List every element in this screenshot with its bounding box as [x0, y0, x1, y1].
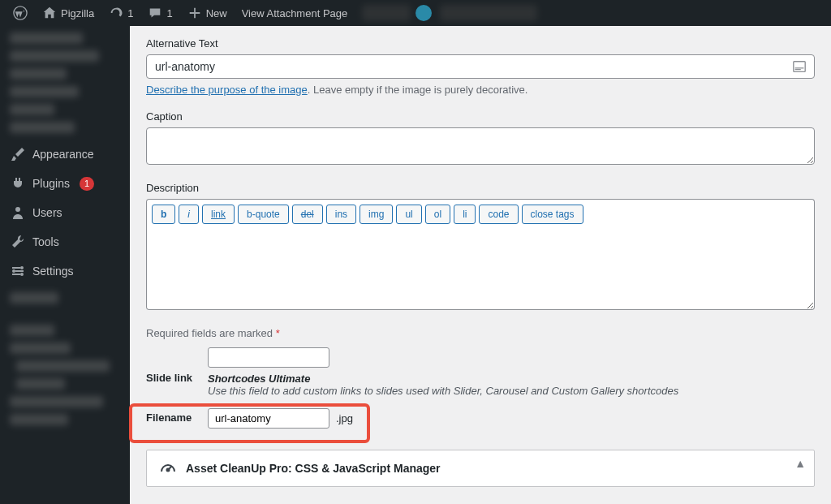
comment-icon	[148, 6, 162, 20]
sidebar-item-label: Settings	[32, 265, 74, 278]
blurred-menu-item	[10, 292, 58, 304]
sidebar-item-label: Users	[32, 206, 62, 219]
alt-help-link[interactable]: Describe the purpose of the image	[146, 84, 308, 96]
blurred-element	[362, 5, 411, 21]
qt-code[interactable]: code	[479, 205, 518, 224]
qt-italic[interactable]: i	[179, 205, 199, 224]
alt-help-text: Describe the purpose of the image. Leave…	[146, 84, 815, 96]
qt-li[interactable]: li	[454, 205, 476, 224]
qt-del[interactable]: del	[292, 205, 323, 224]
slide-help-desc: Use this field to add custom links to sl…	[208, 385, 815, 397]
sidebar-item-label: Appearance	[32, 148, 94, 161]
blurred-menu-item	[10, 414, 68, 425]
chevron-up-icon[interactable]: ▲	[794, 457, 806, 470]
asset-cleanup-panel[interactable]: Asset CleanUp Pro: CSS & JavaScript Mana…	[146, 450, 815, 487]
filename-input[interactable]	[208, 408, 329, 429]
wp-logo[interactable]	[6, 0, 34, 26]
blurred-menu-item	[10, 325, 54, 336]
blurred-menu-item	[10, 342, 71, 354]
brush-icon	[10, 146, 26, 162]
blurred-menu-item	[16, 378, 65, 390]
qt-link[interactable]: link	[202, 205, 235, 224]
gauge-icon	[158, 459, 178, 478]
alt-text-label: Alternative Text	[146, 37, 815, 50]
update-badge: 1	[80, 177, 94, 191]
blurred-menu-item	[10, 122, 75, 133]
quicktags-toolbar: b i link b-quote del ins img ul ol li co…	[152, 205, 809, 224]
comments[interactable]: 1	[141, 0, 179, 26]
slide-help-title: Shortcodes Ultimate	[208, 373, 815, 385]
refresh-icon	[109, 6, 123, 20]
required-note: Required fields are marked *	[146, 327, 815, 339]
svg-point-1	[15, 207, 20, 212]
user-icon	[10, 205, 26, 221]
home-icon	[42, 6, 57, 20]
blurred-menu-item	[10, 86, 79, 97]
qt-img[interactable]: img	[360, 205, 393, 224]
description-label: Description	[146, 182, 815, 194]
filename-label: Filename	[146, 408, 195, 424]
caption-input[interactable]	[146, 127, 815, 165]
blurred-element	[440, 5, 537, 21]
svg-point-4	[20, 273, 24, 276]
blurred-menu-item	[10, 396, 103, 407]
plug-icon	[10, 175, 26, 192]
svg-rect-5	[794, 62, 805, 72]
wordpress-icon	[13, 6, 28, 20]
svg-point-6	[167, 469, 170, 472]
site-name[interactable]: Pigzilla	[36, 0, 101, 26]
qt-ol[interactable]: ol	[425, 205, 450, 224]
sidebar-item-settings[interactable]: Settings	[0, 256, 130, 286]
wrench-icon	[10, 234, 26, 250]
qt-bquote[interactable]: b-quote	[238, 205, 289, 224]
sidebar-item-plugins[interactable]: Plugins1	[0, 169, 130, 198]
blurred-menu-item	[10, 50, 99, 62]
blurred-menu-item	[10, 32, 83, 44]
new-menu[interactable]: New	[181, 0, 234, 26]
caption-icon	[792, 59, 807, 74]
qt-ins[interactable]: ins	[326, 205, 356, 224]
avatar-icon	[416, 5, 432, 21]
description-input[interactable]	[146, 229, 815, 310]
blurred-menu-item	[16, 360, 110, 372]
sidebar-item-label: Tools	[32, 235, 59, 248]
plus-icon	[187, 6, 202, 20]
qt-bold[interactable]: b	[152, 205, 175, 224]
slide-link-input[interactable]	[208, 347, 329, 368]
qt-ul[interactable]: ul	[396, 205, 421, 224]
updates[interactable]: 1	[102, 0, 140, 26]
filename-ext: .jpg	[336, 412, 353, 424]
slide-link-label: Slide link	[146, 347, 195, 384]
panel-title: Asset CleanUp Pro: CSS & JavaScript Mana…	[186, 462, 441, 475]
svg-point-2	[20, 266, 24, 269]
sidebar-item-appearance[interactable]: Appearance	[0, 140, 130, 169]
sidebar-item-label: Plugins	[32, 177, 70, 190]
caption-label: Caption	[146, 110, 815, 123]
qt-close[interactable]: close tags	[522, 205, 583, 224]
sidebar-item-users[interactable]: Users	[0, 198, 130, 227]
sliders-icon	[10, 263, 26, 279]
blurred-menu-item	[10, 104, 54, 115]
svg-point-3	[12, 269, 15, 273]
view-attachment[interactable]: View Attachment Page	[235, 0, 355, 26]
alt-text-input[interactable]	[146, 54, 815, 79]
blurred-menu-item	[10, 68, 67, 80]
sidebar-item-tools[interactable]: Tools	[0, 227, 130, 256]
